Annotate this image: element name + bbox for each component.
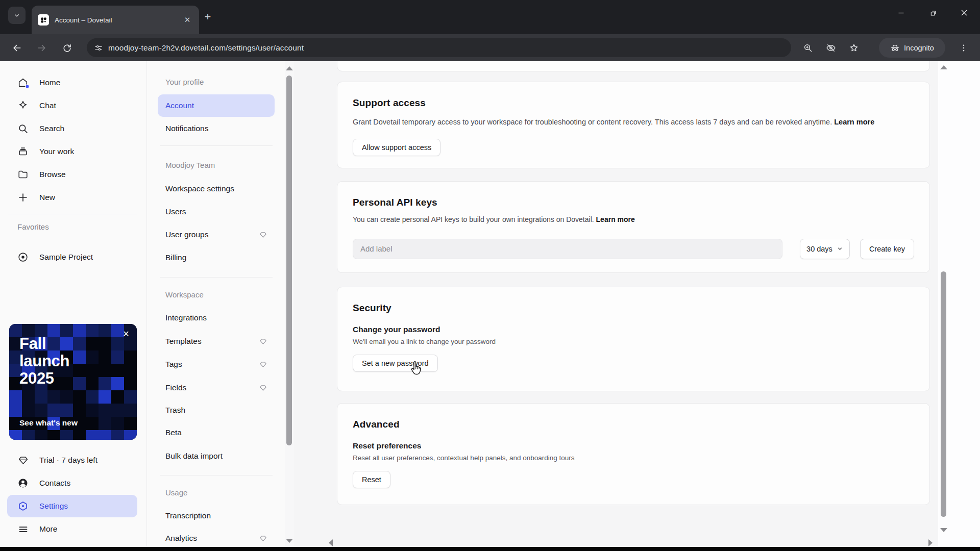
banner-mosaic-tile bbox=[111, 364, 125, 378]
gem-icon bbox=[259, 231, 267, 239]
taskbar-edge bbox=[0, 547, 980, 551]
banner-mosaic-tile bbox=[60, 390, 74, 404]
browser-window: Account – Dovetail ✕ + bbox=[0, 0, 980, 551]
bookmark-star-icon[interactable] bbox=[845, 39, 863, 57]
primary-sidebar: Home Chat Search Your work bbox=[0, 61, 147, 547]
banner-mosaic-tile bbox=[9, 404, 22, 417]
settings-nav-scrollbar[interactable] bbox=[285, 61, 294, 547]
eye-off-icon[interactable] bbox=[822, 39, 840, 57]
banner-mosaic-tile bbox=[86, 350, 99, 364]
tab-strip: Account – Dovetail ✕ + bbox=[0, 0, 980, 34]
scroll-left-arrow[interactable] bbox=[329, 539, 333, 546]
banner-mosaic-tile bbox=[111, 417, 125, 431]
banner-mosaic-tile bbox=[111, 404, 125, 417]
new-tab-button[interactable]: + bbox=[200, 9, 215, 24]
sidebar-item-settings[interactable]: Settings bbox=[7, 495, 137, 517]
sidebar-item-label: Search bbox=[39, 124, 64, 133]
scroll-down-arrow[interactable] bbox=[940, 528, 947, 532]
gem-icon bbox=[259, 338, 267, 345]
expiry-select[interactable]: 30 days bbox=[800, 239, 850, 259]
back-button[interactable] bbox=[8, 39, 26, 57]
restore-button[interactable] bbox=[917, 0, 948, 26]
learn-more-link[interactable]: Learn more bbox=[596, 215, 635, 223]
banner-mosaic-tile bbox=[124, 404, 137, 417]
settings-nav-templates[interactable]: Templates bbox=[158, 330, 275, 353]
scroll-up-arrow[interactable] bbox=[286, 66, 293, 70]
banner-mosaic-tile bbox=[124, 377, 137, 391]
sidebar-item-label: Trial · 7 days left bbox=[39, 456, 97, 465]
search-icon bbox=[17, 123, 29, 134]
page-scrollbar[interactable] bbox=[938, 61, 980, 547]
kebab-menu-icon[interactable] bbox=[954, 39, 973, 57]
sidebar-item-browse[interactable]: Browse bbox=[7, 163, 137, 186]
fall-launch-banner[interactable]: ✕ Fall launch 2025 See what's new bbox=[9, 324, 137, 440]
forward-button[interactable] bbox=[33, 39, 51, 57]
create-key-button[interactable]: Create key bbox=[860, 239, 914, 259]
tab-title: Account – Dovetail bbox=[55, 16, 182, 24]
banner-close-icon[interactable]: ✕ bbox=[119, 327, 133, 340]
scroll-right-arrow[interactable] bbox=[928, 539, 933, 546]
learn-more-link[interactable]: Learn more bbox=[834, 118, 874, 126]
banner-mosaic-tile bbox=[35, 404, 48, 417]
sidebar-item-home[interactable]: Home bbox=[7, 71, 137, 94]
sidebar-item-search[interactable]: Search bbox=[7, 117, 137, 140]
menu-icon bbox=[17, 523, 29, 535]
sidebar-item-more[interactable]: More bbox=[7, 518, 137, 540]
settings-nav-integrations[interactable]: Integrations bbox=[158, 307, 275, 329]
set-new-password-button[interactable]: Set a new password bbox=[353, 355, 438, 372]
minimize-button[interactable] bbox=[885, 0, 917, 26]
account-settings-content: Support access Grant Dovetail temporary … bbox=[294, 61, 938, 547]
settings-nav-trash[interactable]: Trash bbox=[158, 399, 275, 421]
scroll-down-arrow[interactable] bbox=[286, 539, 293, 543]
sidebar-item-your-work[interactable]: Your work bbox=[7, 140, 137, 163]
sidebar-item-sample-project[interactable]: Sample Project bbox=[7, 246, 137, 268]
banner-mosaic-tile bbox=[47, 390, 61, 404]
incognito-icon bbox=[890, 43, 900, 53]
api-key-label-input[interactable] bbox=[353, 239, 782, 259]
sidebar-item-label: New bbox=[39, 193, 55, 202]
settings-nav-analytics[interactable]: Analytics bbox=[158, 527, 275, 549]
section-description: Grant Dovetail temporary access to your … bbox=[353, 117, 914, 128]
incognito-badge[interactable]: Incognito bbox=[879, 38, 945, 58]
settings-nav-transcription[interactable]: Transcription bbox=[158, 505, 275, 527]
scrollbar-thumb[interactable] bbox=[941, 271, 946, 517]
settings-nav-tags[interactable]: Tags bbox=[158, 353, 275, 375]
gem-icon bbox=[259, 384, 267, 392]
settings-nav: Your profile Account Notifications Moodj… bbox=[148, 61, 285, 547]
scroll-up-arrow[interactable] bbox=[940, 65, 947, 69]
chevron-down-icon bbox=[837, 245, 843, 252]
sidebar-item-new[interactable]: New bbox=[7, 186, 137, 209]
tab-close-icon[interactable]: ✕ bbox=[182, 14, 193, 26]
settings-nav-beta[interactable]: Beta bbox=[158, 421, 275, 444]
banner-mosaic-tile bbox=[22, 430, 35, 440]
sidebar-item-label: Settings bbox=[39, 502, 68, 511]
tab-search-button[interactable] bbox=[8, 7, 26, 24]
browser-tab[interactable]: Account – Dovetail ✕ bbox=[32, 6, 199, 34]
close-window-button[interactable] bbox=[948, 0, 980, 26]
site-settings-icon[interactable] bbox=[94, 43, 103, 53]
section-title: Security bbox=[353, 303, 914, 314]
address-bar[interactable]: moodjoy-team-2h2v.dovetail.com/settings/… bbox=[87, 38, 791, 57]
settings-nav-bulk-data-import[interactable]: Bulk data import bbox=[158, 445, 275, 467]
reset-button[interactable]: Reset bbox=[353, 471, 390, 488]
sidebar-item-contacts[interactable]: Contacts bbox=[7, 472, 137, 494]
settings-nav-notifications[interactable]: Notifications bbox=[158, 117, 275, 140]
sidebar-item-label: Browse bbox=[39, 170, 66, 179]
settings-nav-workspace-settings[interactable]: Workspace settings bbox=[158, 178, 275, 200]
zoom-icon[interactable] bbox=[799, 39, 817, 57]
settings-nav-fields[interactable]: Fields bbox=[158, 377, 275, 399]
reload-button[interactable] bbox=[58, 39, 76, 57]
scrollbar-thumb[interactable] bbox=[286, 76, 292, 445]
settings-nav-users[interactable]: Users bbox=[158, 201, 275, 223]
settings-nav-account[interactable]: Account bbox=[158, 94, 275, 117]
settings-nav-user-groups[interactable]: User groups bbox=[158, 223, 275, 246]
banner-mosaic-tile bbox=[9, 430, 22, 440]
dovetail-app: Home Chat Search Your work bbox=[0, 61, 980, 547]
settings-nav-billing[interactable]: Billing bbox=[158, 246, 275, 269]
dovetail-favicon bbox=[38, 14, 49, 26]
banner-mosaic-tile bbox=[86, 404, 99, 417]
banner-cta[interactable]: See what's new bbox=[19, 418, 78, 428]
sidebar-item-chat[interactable]: Chat bbox=[7, 94, 137, 117]
sidebar-item-trial[interactable]: Trial · 7 days left bbox=[7, 449, 137, 471]
allow-support-access-button[interactable]: Allow support access bbox=[353, 139, 440, 156]
